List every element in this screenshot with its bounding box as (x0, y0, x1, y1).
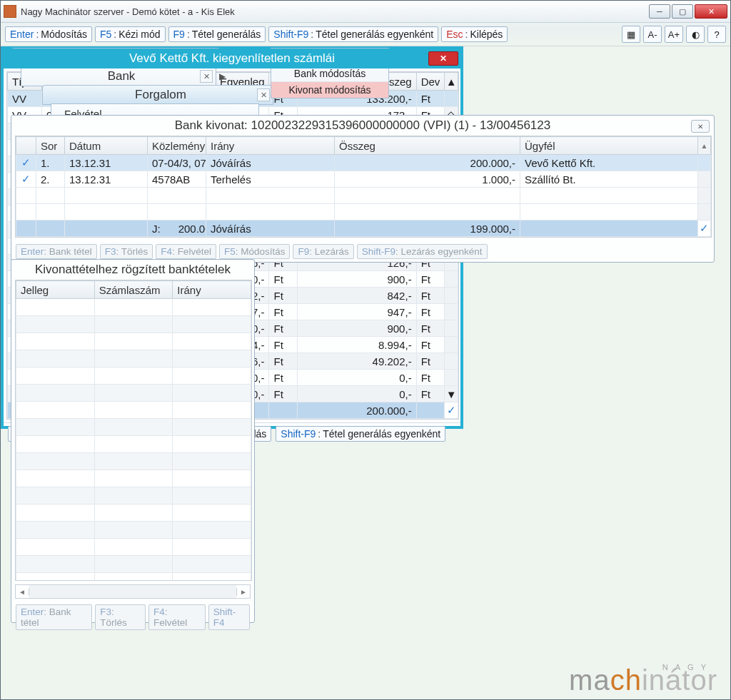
panel2-buttons: Enter: Bank tételF3: TörlésF4: FelvételS… (11, 602, 254, 633)
col-header[interactable] (16, 137, 36, 155)
table-row[interactable] (16, 436, 251, 453)
col-header[interactable]: Ügyfél (520, 137, 698, 155)
panel-title: Bank kivonat: 1020023229315396000000000 … (11, 116, 714, 136)
horizontal-scrollbar[interactable]: ◄► (15, 584, 251, 599)
scroll-right-icon[interactable]: ► (236, 588, 250, 596)
table-row[interactable] (16, 470, 251, 487)
logo-part: ma (569, 664, 610, 696)
chevron-right-icon: ▶ (219, 71, 226, 81)
panel-title: Vevő Kettő Kft. kiegyenlítetlen számlái … (3, 49, 461, 69)
table-row[interactable] (16, 204, 711, 220)
panel-button[interactable]: F5: Módosítás (219, 244, 291, 259)
col-header[interactable]: Irány (173, 281, 251, 299)
tab-label: Forgalom (135, 88, 186, 102)
col-header[interactable]: Számlaszám (94, 281, 173, 299)
minimize-button[interactable]: ─ (649, 4, 670, 19)
tab-forgalom[interactable]: Forgalom✕ (42, 85, 273, 105)
panel-button[interactable]: F4: Felvétel (156, 244, 216, 259)
table-row[interactable] (16, 539, 251, 556)
tab-label: Bank (108, 69, 136, 83)
toolbar-icon-4[interactable]: ? (707, 26, 726, 43)
panel-close-button[interactable]: ✕ (428, 51, 458, 66)
toolbar-icon-0[interactable]: ▦ (622, 26, 640, 43)
banktetelek-panel: Kivonattételhez rögzített banktételek Je… (11, 259, 255, 623)
panel-button[interactable]: F3: Törlés (100, 244, 153, 259)
tab-close-icon[interactable]: ✕ (200, 70, 213, 83)
toolbar-icon-1[interactable]: A- (643, 26, 662, 43)
logo-part: inátor (642, 664, 717, 696)
table-row[interactable] (16, 522, 251, 539)
window-title: Nagy Machinátor szerver - Demó kötet - a… (21, 6, 649, 17)
app-window: Nagy Machinátor szerver - Demó kötet - a… (0, 0, 731, 700)
col-header[interactable]: Sor (36, 137, 65, 155)
banktetelek-grid[interactable]: JellegSzámlaszámIrány (15, 280, 252, 581)
table-row[interactable] (16, 504, 251, 522)
col-header[interactable]: Közlemény (148, 137, 206, 155)
panel3-title-text: Vevő Kettő Kft. kiegyenlítetlen számlái (129, 51, 335, 65)
scroll-down-icon[interactable]: ▼ (446, 388, 457, 400)
col-header[interactable]: Dev (416, 73, 445, 91)
panel-button[interactable]: Shift-F9: Tétel generálás egyenként (276, 426, 445, 442)
table-row[interactable] (16, 573, 251, 582)
toolbar-enter-button[interactable]: Enter: Módosítás (5, 26, 92, 42)
tab-close-icon[interactable]: ✕ (257, 88, 270, 101)
table-row[interactable] (16, 402, 251, 419)
close-button[interactable]: ✕ (695, 4, 727, 19)
menu-item[interactable]: Kivonat módosítás (271, 81, 388, 98)
kivonat-grid[interactable]: SorDátumKözleményIrányÖsszegÜgyfél▲✓1.13… (15, 136, 712, 238)
app-icon (4, 5, 16, 18)
panel-button[interactable]: F4: Felvétel (148, 604, 206, 630)
col-header[interactable]: Összeg (335, 137, 520, 155)
logo-part: ch (610, 664, 642, 696)
table-row[interactable]: ✓1.13.12.3107-04/3, 07Jóváírás200.000,-V… (16, 155, 711, 171)
toolbar-esc-button[interactable]: Esc: Kilépés (441, 26, 508, 42)
toolbar-icon-3[interactable]: ◐ (686, 26, 705, 43)
table-row[interactable]: ✓2.13.12.314578ABTerhelés1.000,-Szállító… (16, 171, 711, 188)
panel-title: Kivonattételhez rögzített banktételek (11, 260, 254, 280)
col-header[interactable]: Irány (206, 137, 335, 155)
tab-bank[interactable]: Bank✕▶ (21, 66, 216, 86)
titlebar[interactable]: Nagy Machinátor szerver - Demó kötet - a… (1, 1, 730, 23)
bank-kivonat-panel: ✕ Bank kivonat: 102002322931539600000000… (11, 115, 715, 263)
table-row[interactable] (16, 419, 251, 436)
scroll-up-icon[interactable]: ▲ (698, 137, 711, 155)
panel-button[interactable]: Shift-F4 (208, 604, 250, 630)
maximize-button[interactable]: ▢ (672, 4, 693, 19)
panel-close-icon[interactable]: ✕ (691, 120, 710, 133)
panel-button[interactable]: Enter: Bank tétel (16, 604, 92, 630)
table-row[interactable] (16, 453, 251, 470)
table-row[interactable] (16, 556, 251, 573)
main-toolbar: Enter: MódosításF5: Kézi módF9: Tétel ge… (1, 23, 730, 46)
scroll-up-icon[interactable]: ▲ (445, 73, 458, 91)
table-row[interactable] (16, 367, 251, 385)
toolbar-icon-2[interactable]: A+ (665, 26, 683, 43)
scroll-left-icon[interactable]: ◄ (16, 588, 29, 596)
panel-button[interactable]: F9: Lezárás (293, 244, 353, 259)
toolbar-f5-button[interactable]: F5: Kézi mód (95, 26, 166, 42)
table-row[interactable] (16, 299, 251, 316)
table-row[interactable] (16, 188, 711, 204)
table-row[interactable] (16, 316, 251, 333)
brand-logo: NAGY machinátor (569, 663, 717, 696)
table-row[interactable] (16, 385, 251, 402)
col-header[interactable]: Dátum (65, 137, 148, 155)
table-row[interactable] (16, 487, 251, 504)
panel-button[interactable]: F3: Törlés (95, 604, 146, 630)
panel-button[interactable]: Enter: Bank tétel (16, 244, 97, 259)
table-row[interactable] (16, 350, 251, 367)
col-header[interactable]: Jelleg (16, 281, 95, 299)
panel-button[interactable]: Shift-F9: Lezárás egyenként (357, 244, 488, 259)
toolbar-shift-f9-button[interactable]: Shift-F9: Tétel generálás egyenként (268, 26, 438, 42)
toolbar-f9-button[interactable]: F9: Tétel generálás (168, 26, 266, 42)
table-row[interactable] (16, 333, 251, 350)
summary-row: J: 200.00Jóváírás199.000,-✓ (16, 220, 711, 237)
